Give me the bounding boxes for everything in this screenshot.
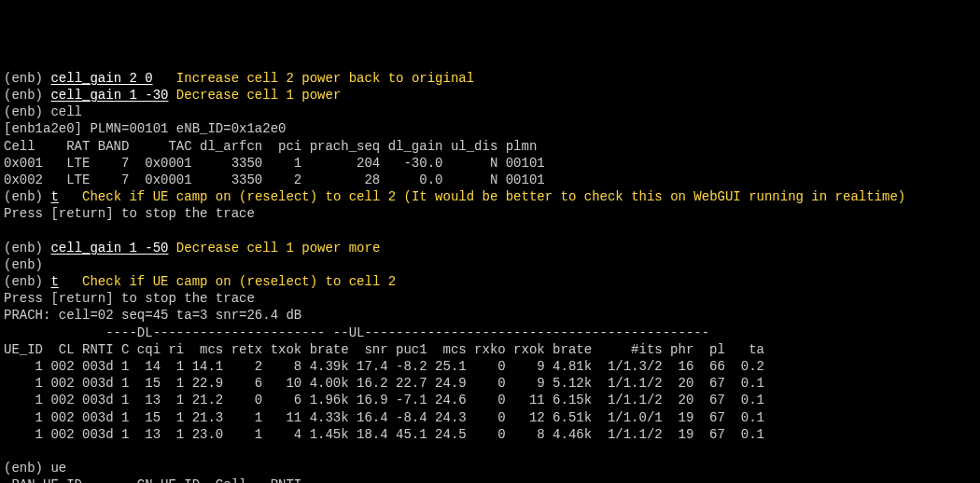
annotation: Increase cell 2 power back to original: [176, 71, 474, 86]
prompt: (enb): [4, 274, 50, 289]
terminal-line: 1 002 003d 1 14 1 14.1 2 8 4.39k 17.4 -8…: [4, 358, 976, 375]
terminal-line: Press [return] to stop the trace: [4, 205, 976, 222]
terminal-line: [enb1a2e0] PLMN=00101 eNB_ID=0x1a2e0: [4, 120, 976, 137]
terminal-line: (enb) t Check if UE camp on (reselect) t…: [4, 188, 976, 205]
annotation: Check if UE camp on (reselect) to cell 2…: [82, 189, 905, 204]
prompt: (enb): [4, 241, 50, 255]
terminal-line: ----DL---------------------- --UL-------…: [4, 324, 976, 341]
terminal-line: 1 002 003d 1 15 1 22.9 6 10 4.00k 16.2 2…: [4, 375, 976, 392]
annotation: Check if UE camp on (reselect) to cell 2: [82, 274, 396, 289]
terminal-line: Press [return] to stop the trace: [4, 290, 976, 307]
terminal-line: [4, 222, 976, 239]
terminal-line: UE_ID CL RNTI C cqi ri mcs retx txok bra…: [4, 341, 976, 358]
terminal-line: (enb) cell_gain 2 0 Increase cell 2 powe…: [4, 70, 976, 87]
prompt: (enb): [4, 88, 50, 103]
command-text: t: [50, 274, 58, 289]
terminal-line: 1 002 003d 1 13 1 23.0 1 4 1.45k 18.4 45…: [4, 426, 976, 443]
terminal-line: (enb) cell_gain 1 -30 Decrease cell 1 po…: [4, 87, 976, 104]
terminal-line: (enb) t Check if UE camp on (reselect) t…: [4, 273, 976, 290]
terminal-output: (enb) cell_gain 2 0 Increase cell 2 powe…: [4, 70, 976, 483]
terminal-line: (enb) cell: [4, 104, 976, 120]
command-text: t: [50, 189, 58, 204]
command-text: cell_gain 2 0: [50, 71, 152, 86]
terminal-line: 0x002 LTE 7 0x0001 3350 2 28 0.0 N 00101: [4, 172, 976, 188]
command-text: cell_gain 1 -50: [50, 241, 168, 255]
terminal-line: 0x001 LTE 7 0x0001 3350 1 204 -30.0 N 00…: [4, 155, 976, 172]
terminal-line: PRACH: cell=02 seq=45 ta=3 snr=26.4 dB: [4, 307, 976, 324]
prompt: (enb): [4, 71, 50, 86]
command-text: cell_gain 1 -30: [50, 88, 168, 103]
terminal-line: (enb): [4, 256, 976, 273]
annotation: Decrease cell 1 power more: [176, 241, 380, 255]
terminal-line: Cell RAT BAND TAC dl_arfcn pci prach_seq…: [4, 138, 976, 155]
terminal-line: 1 002 003d 1 15 1 21.3 1 11 4.33k 16.4 -…: [4, 409, 976, 426]
terminal-line: RAN_UE_ID CN_UE_ID Cell RNTI: [4, 476, 976, 483]
terminal-line: (enb) cell_gain 1 -50 Decrease cell 1 po…: [4, 240, 976, 256]
terminal-line: (enb) ue: [4, 460, 976, 476]
terminal-line: [4, 443, 976, 460]
terminal-line: 1 002 003d 1 13 1 21.2 0 6 1.96k 16.9 -7…: [4, 392, 976, 408]
annotation: Decrease cell 1 power: [176, 88, 341, 103]
prompt: (enb): [4, 189, 50, 204]
